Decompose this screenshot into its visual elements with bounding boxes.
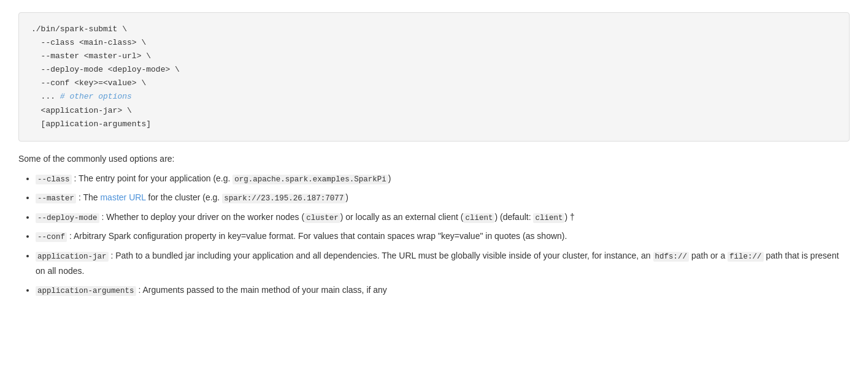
code-text: --conf <key>=<value> \ xyxy=(31,78,146,88)
options-list: --class : The entry point for your appli… xyxy=(18,171,850,298)
code-text: --class <main-class> \ xyxy=(31,38,146,47)
list-item-application-arguments: application-arguments : Arguments passed… xyxy=(36,282,850,298)
list-item-conf: --conf : Arbitrary Spark configuration p… xyxy=(36,229,850,244)
example-sparkpi: org.apache.spark.examples.SparkPi xyxy=(232,175,388,184)
list-item-application-jar: application-jar : Path to a bundled jar … xyxy=(36,248,850,279)
code-text: ... xyxy=(31,92,60,101)
code-hdfs: hdfs:// xyxy=(653,252,689,262)
flag-deploy-mode: --deploy-mode xyxy=(36,213,99,223)
code-client-2: client xyxy=(533,213,564,223)
item-jar-text: : Path to a bundled jar including your a… xyxy=(36,251,839,276)
item-arguments-text: : Arguments passed to the main method of… xyxy=(138,285,386,295)
code-text: [application-arguments] xyxy=(31,119,151,129)
dagger-symbol: † xyxy=(570,212,575,222)
code-text: <application-jar> \ xyxy=(31,106,132,115)
code-file: file:// xyxy=(728,252,764,262)
list-item-master: --master : The master URL for the cluste… xyxy=(36,190,850,206)
flag-class: --class xyxy=(36,175,72,184)
master-url-link[interactable]: master URL xyxy=(100,192,145,202)
description-text: Some of the commonly used options are: xyxy=(18,154,850,164)
item-conf-text: : Arbitrary Spark configuration property… xyxy=(69,231,567,241)
code-line-3: --master <master-url> \ xyxy=(31,50,837,63)
item-master-text: : The master URL for the cluster (e.g. s… xyxy=(79,192,348,202)
code-client-1: client xyxy=(463,213,494,223)
code-text: --master <master-url> \ xyxy=(31,51,151,61)
flag-application-arguments: application-arguments xyxy=(36,286,136,296)
code-line-8: [application-arguments] xyxy=(31,118,837,131)
code-line-5: --conf <key>=<value> \ xyxy=(31,77,837,90)
item-class-text: : The entry point for your application (… xyxy=(74,173,391,183)
code-text: ./bin/spark-submit \ xyxy=(31,25,127,34)
code-container: ./bin/spark-submit \ --class <main-class… xyxy=(18,12,850,142)
list-item-class: --class : The entry point for your appli… xyxy=(36,171,850,187)
flag-application-jar: application-jar xyxy=(36,252,109,262)
code-text: --deploy-mode <deploy-mode> \ xyxy=(31,65,180,74)
code-line-4: --deploy-mode <deploy-mode> \ xyxy=(31,63,837,77)
code-cluster: cluster xyxy=(304,213,340,223)
example-spark-url: spark://23.195.26.187:7077 xyxy=(222,194,345,203)
code-line-1: ./bin/spark-submit \ xyxy=(31,23,837,36)
code-line-2: --class <main-class> \ xyxy=(31,36,837,50)
list-item-deploy-mode: --deploy-mode : Whether to deploy your d… xyxy=(36,210,850,225)
code-line-6: ... # other options xyxy=(31,90,837,104)
flag-conf: --conf xyxy=(36,232,67,242)
flag-master: --master xyxy=(36,194,76,203)
code-line-7: <application-jar> \ xyxy=(31,104,837,118)
code-comment: # other options xyxy=(60,92,132,101)
item-deploy-mode-text: : Whether to deploy your driver on the w… xyxy=(101,212,574,222)
